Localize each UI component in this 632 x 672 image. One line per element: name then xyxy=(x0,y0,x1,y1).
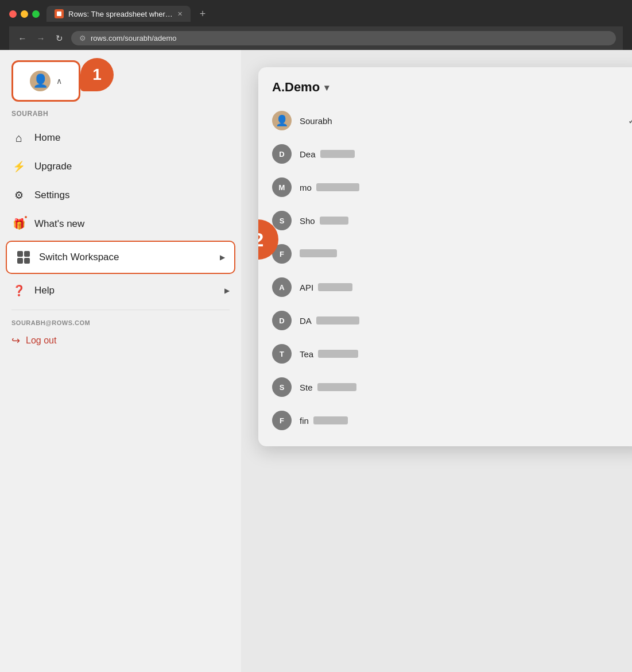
workspace-item-ste[interactable]: S Ste xyxy=(264,370,632,404)
help-icon: ❓ xyxy=(11,283,26,298)
app-container: 👤 ∧ 1 SOURABH ⌂ Home ⚡ Upgrade ⚙ Setting… xyxy=(0,50,632,672)
workspace-name-tea: Tea xyxy=(300,349,632,359)
address-security-icon: ⚙ xyxy=(79,34,86,43)
sidebar-item-whats-new[interactable]: 🎁 What's new xyxy=(0,210,241,238)
tab-favicon-icon xyxy=(55,9,64,18)
help-arrow-icon: ▶ xyxy=(224,287,230,295)
workspace-panel: 2 A.Demo ▾ 👤 Sourabh ✓ D xyxy=(258,67,632,446)
browser-toolbar: ← → ↻ ⚙ rows.com/sourabh/ademo xyxy=(9,26,623,50)
chevron-up-icon: ∧ xyxy=(56,76,62,86)
workspace-avatar-dea: D xyxy=(272,144,292,164)
main-content: 2 A.Demo ▾ 👤 Sourabh ✓ D xyxy=(241,50,632,672)
traffic-lights xyxy=(9,10,40,18)
username-label: SOURABH xyxy=(0,110,241,123)
workspace-checkmark-icon: ✓ xyxy=(628,115,632,126)
sidebar-item-switch-workspace[interactable]: Switch Workspace ▶ xyxy=(6,241,235,274)
workspace-item-dea[interactable]: D Dea xyxy=(264,137,632,171)
nav-label-switch-workspace: Switch Workspace xyxy=(39,252,119,263)
browser-chrome: Rows: The spreadsheet wher… ✕ + ← → ↻ ⚙ … xyxy=(0,0,632,50)
workspace-name-sourabh: Sourabh xyxy=(300,116,620,126)
url-text: rows.com/sourabh/ademo xyxy=(91,34,177,43)
user-avatar-button[interactable]: 👤 ∧ xyxy=(11,60,80,102)
sidebar-item-settings[interactable]: ⚙ Settings xyxy=(0,181,241,210)
workspace-item-f1[interactable]: F xyxy=(264,237,632,271)
tab-close-icon[interactable]: ✕ xyxy=(177,10,183,18)
home-icon: ⌂ xyxy=(11,130,26,145)
nav-label-upgrade: Upgrade xyxy=(34,161,72,172)
workspace-dropdown-arrow-icon[interactable]: ▾ xyxy=(324,82,329,93)
workspace-header: A.Demo ▾ xyxy=(258,67,632,104)
workspace-name-dea: Dea xyxy=(300,149,632,159)
new-tab-button[interactable]: + xyxy=(200,8,206,20)
nav-label-settings: Settings xyxy=(34,190,69,201)
switch-workspace-arrow-icon: ▶ xyxy=(220,253,225,261)
workspace-name-fin: fin xyxy=(300,416,632,426)
divider xyxy=(11,310,230,310)
nav-refresh-button[interactable]: ↻ xyxy=(53,33,65,44)
workspace-name-da: DA xyxy=(300,316,632,326)
workspace-avatar-sourabh: 👤 xyxy=(272,111,292,130)
workspace-item-sho[interactable]: S Sho xyxy=(264,204,632,237)
nav-label-whats-new: What's new xyxy=(34,218,84,230)
workspace-name-mo: mo xyxy=(300,183,632,192)
gear-icon: ⚙ xyxy=(11,188,26,203)
workspace-avatar-ste: S xyxy=(272,377,292,397)
workspace-item-mo[interactable]: M mo xyxy=(264,171,632,204)
annotation-badge-1: 1 xyxy=(80,58,114,91)
workspace-name-ste: Ste xyxy=(300,383,632,392)
grid-icon xyxy=(16,250,31,265)
nav-label-help: Help xyxy=(34,285,55,296)
nav-label-home: Home xyxy=(34,132,60,144)
workspace-name-api: API xyxy=(300,283,632,292)
workspace-avatar-api: A xyxy=(272,277,292,297)
workspace-item-da[interactable]: D DA xyxy=(264,304,632,337)
gift-icon: 🎁 xyxy=(11,217,26,231)
nav-forward-button[interactable]: → xyxy=(34,33,47,43)
workspace-title: A.Demo xyxy=(272,80,320,95)
browser-tab[interactable]: Rows: The spreadsheet wher… ✕ xyxy=(46,6,191,22)
workspace-item-tea[interactable]: T Tea xyxy=(264,337,632,370)
workspace-item-fin[interactable]: F fin xyxy=(264,404,632,437)
browser-titlebar: Rows: The spreadsheet wher… ✕ + xyxy=(9,6,623,26)
sidebar-item-home[interactable]: ⌂ Home xyxy=(0,123,241,152)
avatar: 👤 xyxy=(30,71,51,91)
maximize-button[interactable] xyxy=(32,10,40,18)
sidebar: 👤 ∧ 1 SOURABH ⌂ Home ⚡ Upgrade ⚙ Setting… xyxy=(0,50,241,672)
workspace-item-api[interactable]: A API xyxy=(264,271,632,304)
address-bar[interactable]: ⚙ rows.com/sourabh/ademo xyxy=(71,31,616,45)
workspace-avatar-fin: F xyxy=(272,411,292,430)
workspace-avatar-tea: T xyxy=(272,344,292,364)
email-label: SOURABH@ROWS.COM xyxy=(0,315,241,329)
workspace-avatar-da: D xyxy=(272,311,292,330)
logout-icon: ↪ xyxy=(11,334,20,347)
workspace-list: 👤 Sourabh ✓ D Dea M mo xyxy=(258,104,632,446)
close-button[interactable] xyxy=(9,10,17,18)
workspace-avatar-sho: S xyxy=(272,211,292,230)
logout-label: Log out xyxy=(26,335,56,346)
lightning-icon: ⚡ xyxy=(11,159,26,174)
user-header: 👤 ∧ 1 xyxy=(0,50,241,110)
sidebar-item-help[interactable]: ❓ Help ▶ xyxy=(0,276,241,305)
workspace-item-sourabh[interactable]: 👤 Sourabh ✓ xyxy=(264,104,632,137)
workspace-name-f1 xyxy=(300,249,632,259)
minimize-button[interactable] xyxy=(21,10,28,18)
logout-button[interactable]: ↪ Log out xyxy=(0,329,241,353)
sidebar-item-upgrade[interactable]: ⚡ Upgrade xyxy=(0,152,241,181)
tab-title: Rows: The spreadsheet wher… xyxy=(68,10,173,18)
workspace-avatar-mo: M xyxy=(272,177,292,197)
workspace-name-sho: Sho xyxy=(300,216,632,226)
nav-back-button[interactable]: ← xyxy=(16,33,29,43)
